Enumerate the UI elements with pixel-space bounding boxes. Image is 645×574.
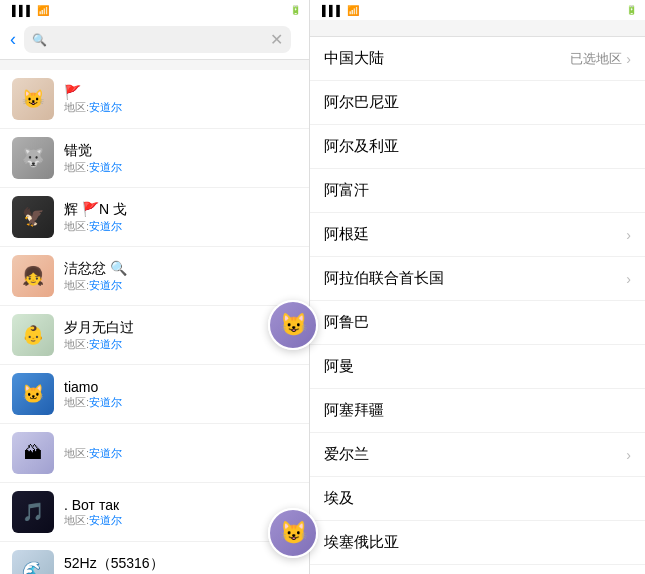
region-item[interactable]: 爱沙尼亚 xyxy=(310,565,645,574)
clear-search-button[interactable]: ✕ xyxy=(270,30,283,49)
region-label: 地区: xyxy=(64,396,89,408)
avatar: 🌊 xyxy=(12,550,54,574)
region-item[interactable]: 阿富汗 xyxy=(310,169,645,213)
list-item[interactable]: 🐱 tiamo 地区:安道尔 xyxy=(0,365,309,424)
region-item[interactable]: 阿曼 xyxy=(310,345,645,389)
region-list: 中国大陆 已选地区› 阿尔巴尼亚 阿尔及利亚 阿富汗 阿根廷 › 阿拉伯联合首长… xyxy=(310,37,645,574)
region-label: 地区: xyxy=(64,220,89,232)
region-link[interactable]: 安道尔 xyxy=(89,447,122,459)
region-link[interactable]: 安道尔 xyxy=(89,514,122,526)
region-item[interactable]: 阿尔巴尼亚 xyxy=(310,81,645,125)
region-label: 地区: xyxy=(64,338,89,350)
contact-info: 地区:安道尔 xyxy=(64,446,297,461)
region-item[interactable]: 爱尔兰 › xyxy=(310,433,645,477)
chevron-icon: › xyxy=(626,51,631,67)
region-name: 阿曼 xyxy=(324,357,354,376)
region-link[interactable]: 安道尔 xyxy=(89,338,122,350)
signal-icon: ▌▌▌ xyxy=(12,5,33,16)
region-link[interactable]: 安道尔 xyxy=(89,101,122,113)
contact-name: 辉 🚩N 戈 xyxy=(64,201,297,219)
contact-info: 52Hz（55316） 地区:安道尔 xyxy=(64,555,297,575)
region-label: 地区: xyxy=(64,101,89,113)
battery-left: 🔋 xyxy=(287,5,301,15)
list-item[interactable]: 🐺 错觉 地区:安道尔 xyxy=(0,129,309,188)
region-selected-text: 已选地区 xyxy=(570,50,622,68)
list-item[interactable]: 🎵 . Вот так 地区:安道尔 xyxy=(0,483,309,542)
avatar: 🦅 xyxy=(12,196,54,238)
chevron-icon: › xyxy=(626,447,631,463)
status-bar-left: ▌▌▌ 📶 🔋 xyxy=(0,0,309,20)
contact-region: 地区:安道尔 xyxy=(64,100,297,115)
region-right-content: › xyxy=(626,447,631,463)
contact-region: 地区:安道尔 xyxy=(64,337,297,352)
contact-list: 😺 🚩 地区:安道尔 🐺 错觉 地区:安道尔 🦅 辉 🚩N 戈 地区:安道尔 xyxy=(0,70,309,574)
back-button[interactable]: ‹ xyxy=(10,29,16,50)
region-link[interactable]: 安道尔 xyxy=(89,279,122,291)
region-item[interactable]: 阿根廷 › xyxy=(310,213,645,257)
region-label: 地区: xyxy=(64,161,89,173)
list-item[interactable]: 👶 岁月无白过 地区:安道尔 xyxy=(0,306,309,365)
region-name: 阿拉伯联合首长国 xyxy=(324,269,444,288)
search-input-wrapper[interactable]: 🔍 ✕ xyxy=(24,26,291,53)
avatar: 🐺 xyxy=(12,137,54,179)
region-label: 地区: xyxy=(64,447,89,459)
carrier-right: ▌▌▌ 📶 xyxy=(318,5,359,16)
signal-icon-right: ▌▌▌ xyxy=(322,5,343,16)
contact-name: 洁忿忿 🔍 xyxy=(64,260,297,278)
floating-sticker-1: 😺 xyxy=(268,300,318,350)
chevron-icon: › xyxy=(626,271,631,287)
search-icon: 🔍 xyxy=(32,33,47,47)
region-item[interactable]: 阿尔及利亚 xyxy=(310,125,645,169)
contact-region: 地区:安道尔 xyxy=(64,219,297,234)
avatar: 🎵 xyxy=(12,491,54,533)
contact-info: 洁忿忿 🔍 地区:安道尔 xyxy=(64,260,297,293)
region-name: 阿尔巴尼亚 xyxy=(324,93,399,112)
region-link[interactable]: 安道尔 xyxy=(89,396,122,408)
contact-info: 🚩 地区:安道尔 xyxy=(64,84,297,115)
section-label xyxy=(0,60,309,70)
region-item[interactable]: 阿塞拜疆 xyxy=(310,389,645,433)
region-name: 阿富汗 xyxy=(324,181,369,200)
region-right-content: › xyxy=(626,271,631,287)
wifi-icon: 📶 xyxy=(37,5,49,16)
contact-region: 地区:安道尔 xyxy=(64,278,297,293)
floating-sticker-2: 😺 xyxy=(268,508,318,558)
region-name: 爱尔兰 xyxy=(324,445,369,464)
avatar: 😺 xyxy=(12,78,54,120)
contact-region: 地区:安道尔 xyxy=(64,160,297,175)
region-item[interactable]: 中国大陆 已选地区› xyxy=(310,37,645,81)
list-item[interactable]: 🦅 辉 🚩N 戈 地区:安道尔 xyxy=(0,188,309,247)
region-item[interactable]: 阿拉伯联合首长国 › xyxy=(310,257,645,301)
chevron-icon: › xyxy=(626,227,631,243)
region-name: 阿鲁巴 xyxy=(324,313,369,332)
contact-region: 地区:安道尔 xyxy=(64,395,297,410)
list-item[interactable]: 👧 洁忿忿 🔍 地区:安道尔 xyxy=(0,247,309,306)
contact-name: . Вот так xyxy=(64,497,297,513)
search-bar: ‹ 🔍 ✕ xyxy=(0,20,309,60)
region-label: 地区: xyxy=(64,514,89,526)
list-item[interactable]: 🌊 52Hz（55316） 地区:安道尔 xyxy=(0,542,309,574)
battery-right: 🔋 xyxy=(623,5,637,15)
region-name: 埃塞俄比亚 xyxy=(324,533,399,552)
battery-icon-right: 🔋 xyxy=(626,5,637,15)
contact-name: 岁月无白过 xyxy=(64,319,297,337)
contact-region: 地区:安道尔 xyxy=(64,513,297,528)
region-item[interactable]: 阿鲁巴 xyxy=(310,301,645,345)
list-item[interactable]: 🏔 地区:安道尔 xyxy=(0,424,309,483)
region-name: 阿根廷 xyxy=(324,225,369,244)
region-link[interactable]: 安道尔 xyxy=(89,161,122,173)
region-link[interactable]: 安道尔 xyxy=(89,220,122,232)
contact-name: 错觉 xyxy=(64,142,297,160)
region-label: 地区: xyxy=(64,279,89,291)
list-item[interactable]: 😺 🚩 地区:安道尔 xyxy=(0,70,309,129)
avatar: 👶 xyxy=(12,314,54,356)
contact-info: 岁月无白过 地区:安道尔 xyxy=(64,319,297,352)
region-item[interactable]: 埃及 xyxy=(310,477,645,521)
region-header xyxy=(310,20,645,37)
avatar: 🏔 xyxy=(12,432,54,474)
contact-info: . Вот так 地区:安道尔 xyxy=(64,497,297,528)
region-item[interactable]: 埃塞俄比亚 xyxy=(310,521,645,565)
contact-info: 错觉 地区:安道尔 xyxy=(64,142,297,175)
region-name: 中国大陆 xyxy=(324,49,384,68)
contact-info: tiamo 地区:安道尔 xyxy=(64,379,297,410)
